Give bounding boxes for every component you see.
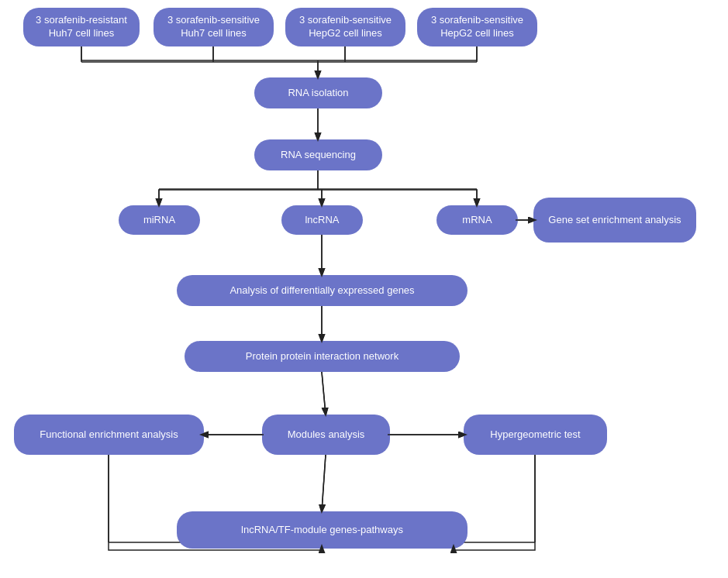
- modules-analysis: Modules analysis: [262, 415, 390, 455]
- ppi-network: Protein protein interaction network: [185, 341, 460, 372]
- cell-line-4: 3 sorafenib-sensitiveHepG2 cell lines: [417, 8, 537, 46]
- lncrna-tf-module: lncRNA/TF-module genes-pathways: [177, 511, 468, 549]
- deg-analysis: Analysis of differentially expressed gen…: [177, 275, 468, 306]
- functional-enrichment: Functional enrichment analysis: [14, 415, 204, 455]
- rna-sequencing: RNA sequencing: [254, 139, 382, 170]
- svg-line-23: [322, 455, 326, 511]
- flowchart: 3 sorafenib-resistant Huh7 cell lines 3 …: [0, 0, 728, 578]
- mirna-node: miRNA: [119, 205, 200, 235]
- hypergeometric-test: Hypergeometric test: [464, 415, 607, 455]
- svg-line-39: [322, 455, 326, 511]
- mrna-node: mRNA: [436, 205, 518, 235]
- cell-line-1: 3 sorafenib-resistant Huh7 cell lines: [23, 8, 140, 46]
- lncrna-node: lncRNA: [281, 205, 363, 235]
- cell-line-2: 3 sorafenib-sensitiveHuh7 cell lines: [154, 8, 274, 46]
- svg-line-15: [322, 372, 326, 415]
- svg-line-36: [322, 372, 326, 415]
- gene-set-enrichment: Gene set enrichment analysis: [533, 198, 696, 243]
- cell-line-3: 3 sorafenib-sensitiveHepG2 cell lines: [285, 8, 405, 46]
- rna-isolation: RNA isolation: [254, 77, 382, 108]
